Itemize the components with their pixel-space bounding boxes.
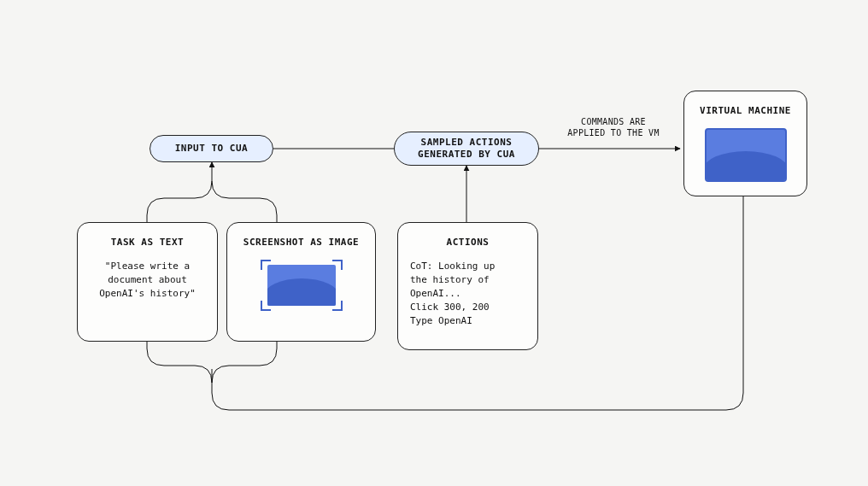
card-title: SCREENSHOT AS IMAGE xyxy=(243,237,359,248)
card-virtual-machine: VIRTUAL MACHINE xyxy=(683,91,807,196)
card-task-as-text: TASK AS TEXT "Please write a document ab… xyxy=(77,222,218,342)
pill-input-to-cua: INPUT TO CUA xyxy=(150,135,273,162)
pill-label: INPUT TO CUA xyxy=(175,143,248,155)
card-screenshot-as-image: SCREENSHOT AS IMAGE xyxy=(226,222,376,342)
vm-screen-icon xyxy=(705,128,787,182)
card-title: ACTIONS xyxy=(447,237,490,248)
card-body: CoT: Looking up the history of OpenAI...… xyxy=(410,260,525,328)
card-title: TASK AS TEXT xyxy=(111,237,184,248)
edge-label-commands-applied: COMMANDS ARE APPLIED TO THE VM xyxy=(554,116,673,138)
card-title: VIRTUAL MACHINE xyxy=(700,105,791,116)
pill-label: SAMPLED ACTIONS GENERATED BY CUA xyxy=(418,137,515,161)
card-body: "Please write a document about OpenAI's … xyxy=(99,260,196,301)
pill-sampled-actions: SAMPLED ACTIONS GENERATED BY CUA xyxy=(394,132,539,166)
card-actions: ACTIONS CoT: Looking up the history of O… xyxy=(397,222,538,350)
screenshot-image-icon xyxy=(261,260,343,311)
